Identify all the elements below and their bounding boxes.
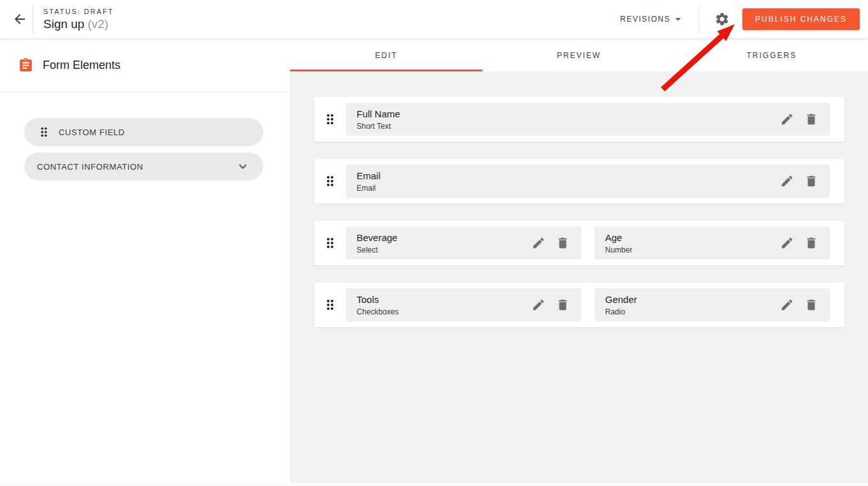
- edit-field-button[interactable]: [526, 231, 551, 255]
- bottom-strip: [0, 483, 868, 486]
- revisions-dropdown[interactable]: REVISIONS: [620, 13, 684, 26]
- pencil-icon: [780, 112, 794, 126]
- pencil-icon: [532, 298, 546, 312]
- sidebar: Form Elements CUSTOM FIELD CONTACT INFOR…: [0, 39, 290, 486]
- sidebar-header: Form Elements: [0, 39, 290, 92]
- field-box-tools[interactable]: Tools Checkboxes: [346, 288, 581, 321]
- chevron-down-icon[interactable]: [235, 159, 250, 174]
- element-list: CUSTOM FIELD CONTACT INFORMATION: [0, 92, 290, 180]
- field-title: Tools: [357, 294, 526, 305]
- tab-edit[interactable]: EDIT: [290, 39, 482, 71]
- field-type: Radio: [605, 307, 775, 316]
- pencil-icon: [780, 236, 794, 250]
- trash-icon: [804, 298, 818, 312]
- publish-changes-button[interactable]: PUBLISH CHANGES: [742, 8, 860, 30]
- row-drag-handle[interactable]: [314, 235, 346, 251]
- caret-down-icon: [672, 13, 684, 26]
- clipboard-icon: [18, 57, 34, 73]
- drag-handle-icon[interactable]: [37, 125, 51, 139]
- gear-icon: [714, 11, 730, 27]
- sidebar-item-label: CONTACT INFORMATION: [37, 162, 143, 172]
- settings-gear-button[interactable]: [709, 6, 735, 32]
- field-title: Beverage: [357, 232, 526, 243]
- pencil-icon: [780, 298, 794, 312]
- trash-icon: [556, 298, 570, 312]
- back-button[interactable]: [7, 6, 33, 32]
- drag-handle-icon: [322, 112, 338, 127]
- edit-field-button[interactable]: [775, 293, 799, 317]
- form-title-block: STATUS: DRAFT Sign up(v2): [43, 8, 114, 31]
- trash-icon: [804, 112, 818, 126]
- field-row: Beverage Select Age Number: [314, 221, 844, 265]
- row-drag-handle[interactable]: [314, 173, 346, 189]
- tab-triggers[interactable]: TRIGGERS: [676, 39, 868, 71]
- field-box-email[interactable]: Email Email: [346, 165, 830, 198]
- field-row: Full Name Short Text: [314, 97, 844, 142]
- field-title: Gender: [605, 294, 775, 305]
- header-divider: [698, 5, 699, 33]
- delete-field-button[interactable]: [799, 107, 823, 131]
- trash-icon: [804, 236, 818, 250]
- field-box-full-name[interactable]: Full Name Short Text: [346, 103, 830, 136]
- revisions-label: REVISIONS: [620, 15, 670, 24]
- edit-field-button[interactable]: [526, 293, 551, 317]
- delete-field-button[interactable]: [799, 231, 823, 255]
- main-panel: EDIT PREVIEW TRIGGERS Full Name Short Te…: [290, 39, 868, 486]
- field-type: Email: [357, 184, 775, 193]
- field-box-gender[interactable]: Gender Radio: [595, 288, 830, 321]
- form-canvas: Full Name Short Text: [290, 71, 868, 486]
- field-row: Email Email: [314, 159, 844, 203]
- form-title: Sign up: [43, 17, 84, 31]
- form-version: (v2): [87, 17, 108, 31]
- delete-field-button[interactable]: [799, 293, 823, 317]
- field-title: Full Name: [357, 108, 775, 119]
- field-type: Number: [605, 246, 775, 254]
- delete-field-button[interactable]: [799, 169, 823, 193]
- trash-icon: [556, 236, 570, 250]
- delete-field-button[interactable]: [551, 293, 575, 317]
- sidebar-item-label: CUSTOM FIELD: [59, 128, 125, 137]
- field-box-beverage[interactable]: Beverage Select: [346, 226, 581, 260]
- tab-bar: EDIT PREVIEW TRIGGERS: [290, 39, 868, 71]
- edit-field-button[interactable]: [775, 107, 799, 131]
- header-divider: [33, 5, 33, 33]
- sidebar-item-contact-information[interactable]: CONTACT INFORMATION: [24, 152, 263, 180]
- field-type: Select: [357, 246, 526, 254]
- field-type: Checkboxes: [357, 307, 526, 316]
- sidebar-item-custom-field[interactable]: CUSTOM FIELD: [24, 118, 263, 146]
- pencil-icon: [532, 236, 546, 250]
- field-title: Age: [605, 232, 775, 243]
- field-type: Short Text: [357, 122, 775, 131]
- field-row: Tools Checkboxes Gender Radio: [314, 283, 844, 327]
- delete-field-button[interactable]: [551, 231, 575, 255]
- row-drag-handle[interactable]: [314, 297, 346, 313]
- status-label: STATUS: DRAFT: [43, 8, 114, 15]
- tab-preview[interactable]: PREVIEW: [482, 39, 675, 71]
- field-title: Email: [357, 170, 775, 181]
- pencil-icon: [780, 174, 794, 188]
- sidebar-title: Form Elements: [43, 59, 120, 72]
- field-box-age[interactable]: Age Number: [595, 226, 830, 260]
- drag-handle-icon: [322, 235, 338, 251]
- edit-field-button[interactable]: [775, 169, 799, 193]
- edit-field-button[interactable]: [775, 231, 799, 255]
- drag-handle-icon: [322, 173, 338, 189]
- back-arrow-icon: [12, 11, 27, 27]
- row-drag-handle[interactable]: [314, 112, 346, 127]
- trash-icon: [804, 174, 818, 188]
- drag-handle-icon: [322, 297, 338, 313]
- top-bar: STATUS: DRAFT Sign up(v2) REVISIONS PUBL…: [0, 0, 868, 39]
